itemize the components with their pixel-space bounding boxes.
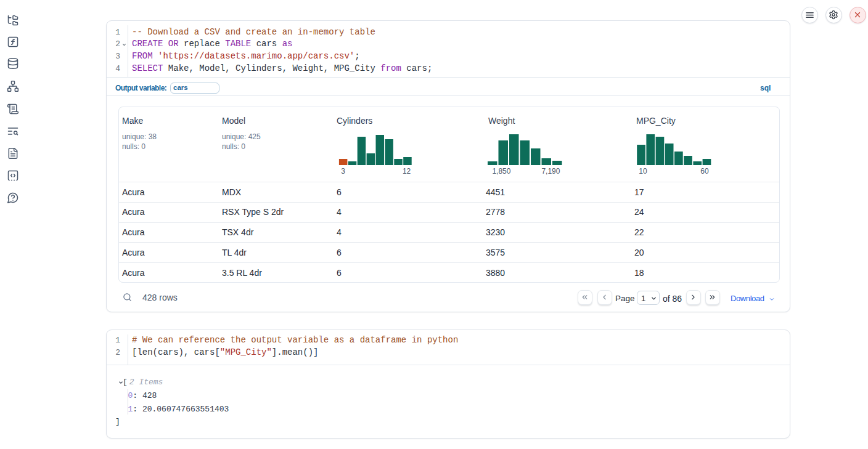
svg-text:12: 12 (403, 167, 411, 176)
svg-text:7,190: 7,190 (541, 167, 560, 176)
svg-text:60: 60 (700, 167, 709, 176)
svg-text:10: 10 (639, 167, 647, 176)
svg-text:1,850: 1,850 (492, 167, 510, 176)
svg-text:3: 3 (341, 167, 345, 176)
